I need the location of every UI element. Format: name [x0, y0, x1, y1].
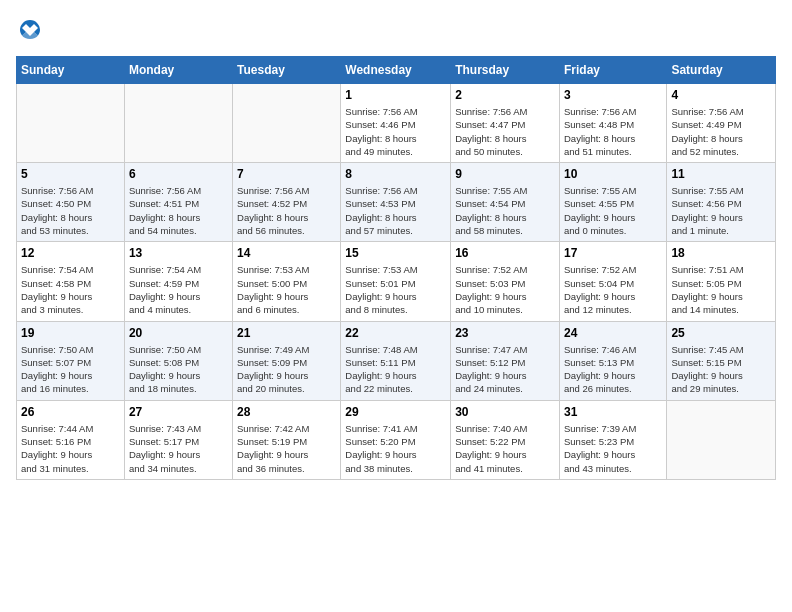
- day-cell: 27Sunrise: 7:43 AM Sunset: 5:17 PM Dayli…: [124, 400, 232, 479]
- logo: [16, 16, 46, 44]
- day-number: 2: [455, 88, 555, 102]
- day-info: Sunrise: 7:56 AM Sunset: 4:46 PM Dayligh…: [345, 105, 446, 158]
- day-cell: 18Sunrise: 7:51 AM Sunset: 5:05 PM Dayli…: [667, 242, 776, 321]
- column-header-wednesday: Wednesday: [341, 57, 451, 84]
- day-cell: 22Sunrise: 7:48 AM Sunset: 5:11 PM Dayli…: [341, 321, 451, 400]
- day-info: Sunrise: 7:55 AM Sunset: 4:54 PM Dayligh…: [455, 184, 555, 237]
- day-info: Sunrise: 7:39 AM Sunset: 5:23 PM Dayligh…: [564, 422, 662, 475]
- day-info: Sunrise: 7:56 AM Sunset: 4:47 PM Dayligh…: [455, 105, 555, 158]
- day-info: Sunrise: 7:45 AM Sunset: 5:15 PM Dayligh…: [671, 343, 771, 396]
- day-info: Sunrise: 7:48 AM Sunset: 5:11 PM Dayligh…: [345, 343, 446, 396]
- day-cell: 31Sunrise: 7:39 AM Sunset: 5:23 PM Dayli…: [559, 400, 666, 479]
- day-cell: 26Sunrise: 7:44 AM Sunset: 5:16 PM Dayli…: [17, 400, 125, 479]
- day-cell: 17Sunrise: 7:52 AM Sunset: 5:04 PM Dayli…: [559, 242, 666, 321]
- day-number: 21: [237, 326, 336, 340]
- day-number: 28: [237, 405, 336, 419]
- day-number: 4: [671, 88, 771, 102]
- day-cell: [667, 400, 776, 479]
- column-header-tuesday: Tuesday: [233, 57, 341, 84]
- day-info: Sunrise: 7:51 AM Sunset: 5:05 PM Dayligh…: [671, 263, 771, 316]
- day-cell: 25Sunrise: 7:45 AM Sunset: 5:15 PM Dayli…: [667, 321, 776, 400]
- day-cell: 4Sunrise: 7:56 AM Sunset: 4:49 PM Daylig…: [667, 84, 776, 163]
- day-cell: 21Sunrise: 7:49 AM Sunset: 5:09 PM Dayli…: [233, 321, 341, 400]
- day-number: 15: [345, 246, 446, 260]
- day-cell: 8Sunrise: 7:56 AM Sunset: 4:53 PM Daylig…: [341, 163, 451, 242]
- day-number: 5: [21, 167, 120, 181]
- day-number: 26: [21, 405, 120, 419]
- day-cell: 23Sunrise: 7:47 AM Sunset: 5:12 PM Dayli…: [451, 321, 560, 400]
- column-header-friday: Friday: [559, 57, 666, 84]
- day-info: Sunrise: 7:53 AM Sunset: 5:00 PM Dayligh…: [237, 263, 336, 316]
- day-cell: 16Sunrise: 7:52 AM Sunset: 5:03 PM Dayli…: [451, 242, 560, 321]
- day-cell: 7Sunrise: 7:56 AM Sunset: 4:52 PM Daylig…: [233, 163, 341, 242]
- day-cell: 11Sunrise: 7:55 AM Sunset: 4:56 PM Dayli…: [667, 163, 776, 242]
- day-info: Sunrise: 7:55 AM Sunset: 4:56 PM Dayligh…: [671, 184, 771, 237]
- day-number: 12: [21, 246, 120, 260]
- day-number: 7: [237, 167, 336, 181]
- day-cell: 1Sunrise: 7:56 AM Sunset: 4:46 PM Daylig…: [341, 84, 451, 163]
- day-number: 11: [671, 167, 771, 181]
- day-number: 14: [237, 246, 336, 260]
- day-info: Sunrise: 7:56 AM Sunset: 4:53 PM Dayligh…: [345, 184, 446, 237]
- day-number: 20: [129, 326, 228, 340]
- day-info: Sunrise: 7:41 AM Sunset: 5:20 PM Dayligh…: [345, 422, 446, 475]
- day-info: Sunrise: 7:40 AM Sunset: 5:22 PM Dayligh…: [455, 422, 555, 475]
- calendar-table: SundayMondayTuesdayWednesdayThursdayFrid…: [16, 56, 776, 480]
- day-info: Sunrise: 7:49 AM Sunset: 5:09 PM Dayligh…: [237, 343, 336, 396]
- day-info: Sunrise: 7:52 AM Sunset: 5:03 PM Dayligh…: [455, 263, 555, 316]
- day-number: 23: [455, 326, 555, 340]
- week-row-5: 26Sunrise: 7:44 AM Sunset: 5:16 PM Dayli…: [17, 400, 776, 479]
- day-number: 17: [564, 246, 662, 260]
- day-info: Sunrise: 7:56 AM Sunset: 4:48 PM Dayligh…: [564, 105, 662, 158]
- week-row-3: 12Sunrise: 7:54 AM Sunset: 4:58 PM Dayli…: [17, 242, 776, 321]
- day-cell: 19Sunrise: 7:50 AM Sunset: 5:07 PM Dayli…: [17, 321, 125, 400]
- day-info: Sunrise: 7:46 AM Sunset: 5:13 PM Dayligh…: [564, 343, 662, 396]
- day-cell: 24Sunrise: 7:46 AM Sunset: 5:13 PM Dayli…: [559, 321, 666, 400]
- day-cell: 14Sunrise: 7:53 AM Sunset: 5:00 PM Dayli…: [233, 242, 341, 321]
- day-cell: 10Sunrise: 7:55 AM Sunset: 4:55 PM Dayli…: [559, 163, 666, 242]
- day-info: Sunrise: 7:44 AM Sunset: 5:16 PM Dayligh…: [21, 422, 120, 475]
- week-row-1: 1Sunrise: 7:56 AM Sunset: 4:46 PM Daylig…: [17, 84, 776, 163]
- day-cell: 12Sunrise: 7:54 AM Sunset: 4:58 PM Dayli…: [17, 242, 125, 321]
- column-header-saturday: Saturday: [667, 57, 776, 84]
- day-number: 25: [671, 326, 771, 340]
- day-number: 19: [21, 326, 120, 340]
- day-cell: 6Sunrise: 7:56 AM Sunset: 4:51 PM Daylig…: [124, 163, 232, 242]
- week-row-2: 5Sunrise: 7:56 AM Sunset: 4:50 PM Daylig…: [17, 163, 776, 242]
- day-info: Sunrise: 7:50 AM Sunset: 5:08 PM Dayligh…: [129, 343, 228, 396]
- day-cell: [17, 84, 125, 163]
- day-number: 31: [564, 405, 662, 419]
- day-cell: [233, 84, 341, 163]
- day-number: 10: [564, 167, 662, 181]
- day-number: 6: [129, 167, 228, 181]
- day-number: 13: [129, 246, 228, 260]
- day-cell: 2Sunrise: 7:56 AM Sunset: 4:47 PM Daylig…: [451, 84, 560, 163]
- day-info: Sunrise: 7:43 AM Sunset: 5:17 PM Dayligh…: [129, 422, 228, 475]
- day-info: Sunrise: 7:42 AM Sunset: 5:19 PM Dayligh…: [237, 422, 336, 475]
- column-header-sunday: Sunday: [17, 57, 125, 84]
- day-number: 18: [671, 246, 771, 260]
- day-info: Sunrise: 7:52 AM Sunset: 5:04 PM Dayligh…: [564, 263, 662, 316]
- day-info: Sunrise: 7:56 AM Sunset: 4:50 PM Dayligh…: [21, 184, 120, 237]
- day-info: Sunrise: 7:50 AM Sunset: 5:07 PM Dayligh…: [21, 343, 120, 396]
- day-cell: 15Sunrise: 7:53 AM Sunset: 5:01 PM Dayli…: [341, 242, 451, 321]
- day-number: 30: [455, 405, 555, 419]
- day-number: 16: [455, 246, 555, 260]
- day-info: Sunrise: 7:56 AM Sunset: 4:51 PM Dayligh…: [129, 184, 228, 237]
- day-number: 3: [564, 88, 662, 102]
- calendar-header-row: SundayMondayTuesdayWednesdayThursdayFrid…: [17, 57, 776, 84]
- day-number: 27: [129, 405, 228, 419]
- day-info: Sunrise: 7:54 AM Sunset: 4:58 PM Dayligh…: [21, 263, 120, 316]
- day-info: Sunrise: 7:56 AM Sunset: 4:49 PM Dayligh…: [671, 105, 771, 158]
- day-number: 24: [564, 326, 662, 340]
- day-info: Sunrise: 7:55 AM Sunset: 4:55 PM Dayligh…: [564, 184, 662, 237]
- day-info: Sunrise: 7:53 AM Sunset: 5:01 PM Dayligh…: [345, 263, 446, 316]
- column-header-thursday: Thursday: [451, 57, 560, 84]
- day-cell: 29Sunrise: 7:41 AM Sunset: 5:20 PM Dayli…: [341, 400, 451, 479]
- day-cell: 30Sunrise: 7:40 AM Sunset: 5:22 PM Dayli…: [451, 400, 560, 479]
- day-cell: 20Sunrise: 7:50 AM Sunset: 5:08 PM Dayli…: [124, 321, 232, 400]
- day-number: 29: [345, 405, 446, 419]
- day-cell: 28Sunrise: 7:42 AM Sunset: 5:19 PM Dayli…: [233, 400, 341, 479]
- day-cell: 13Sunrise: 7:54 AM Sunset: 4:59 PM Dayli…: [124, 242, 232, 321]
- day-cell: [124, 84, 232, 163]
